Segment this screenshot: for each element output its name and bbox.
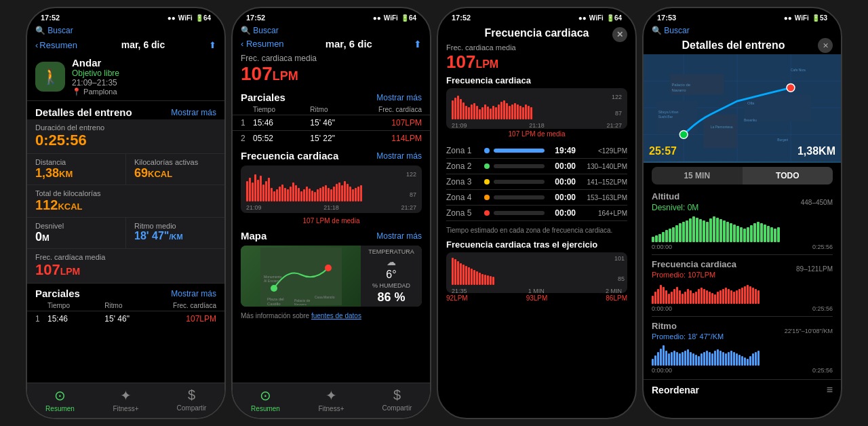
- phone-3: 17:52 ●● WiFi 🔋64 Frecuencia cardiaca ✕ …: [437, 7, 637, 419]
- zone-5: Zona 5 00:00 164+LPM: [446, 206, 627, 221]
- tab-bar-2: ⊙ Resumen ✦ Fitness+ $ Compartir: [233, 383, 430, 418]
- altitude-chart: [652, 215, 833, 242]
- time-toggle-4: 15 MIN TODO: [652, 167, 833, 185]
- tab-fitness-2[interactable]: ✦ Fitness+: [298, 387, 364, 412]
- post-exercise-chart: 101: [446, 252, 627, 293]
- ritmo-section-4: Ritmo Promedio: 18' 47"/KM 22'15''–10'08…: [644, 318, 841, 376]
- desnivel-stat: Desnivel 0M: [27, 218, 125, 248]
- svg-text:Navarro: Navarro: [671, 88, 686, 92]
- svg-rect-18: [744, 94, 811, 121]
- svg-text:Al Encierro: Al Encierro: [264, 279, 281, 283]
- heart-section-4: Frecuencia cardiaca Promedio: 107LPM 89–…: [644, 256, 841, 315]
- svg-point-1: [271, 285, 277, 292]
- time-1: 17:52: [41, 14, 60, 22]
- toggle-15min[interactable]: 15 MIN: [652, 167, 743, 185]
- wifi-icon-2: ●●: [373, 14, 381, 22]
- stats-row-1: Distancia 1,38KM Kilocalorías activas 69…: [27, 154, 224, 185]
- tab-fitness-1[interactable]: ✦ Fitness+: [93, 387, 159, 412]
- svg-point-21: [679, 130, 688, 138]
- zones-section: Zona 1 19:49 <129LPM Zona 2 00:00 130–14…: [438, 140, 635, 224]
- weather-2: TEMPERATURA ☁ 6° % HUMEDAD 86 %: [361, 246, 422, 307]
- close-button-4[interactable]: ✕: [818, 38, 833, 53]
- workout-info-1: Andar Objetivo libre 21:09–21:35 📍 Pampl…: [72, 57, 119, 96]
- nav-4: Detalles del entreno ✕: [644, 37, 841, 54]
- tab-compartir-1[interactable]: $ Compartir: [159, 387, 224, 412]
- svg-text:Sushi Bar: Sushi Bar: [658, 115, 673, 119]
- map-4: Palacio de Navarro Olla Sibuya Urban Sus…: [644, 54, 841, 163]
- active-kcal-stat: Kilocalorías activas 69KCAL: [126, 154, 224, 185]
- parcial-2-row-2: 2 05:52 15' 22" 114LPM: [233, 130, 430, 146]
- heart-rate-stat: Frec. cardíaca media 107LPM: [27, 249, 224, 283]
- parcial-2-row-1: 1 15:46 15' 46" 107LPM: [233, 115, 430, 130]
- workout-header-1: 🚶 Andar Objetivo libre 21:09–21:35 📍 Pam…: [27, 53, 224, 100]
- status-icons-3: ●● WiFi 🔋64: [578, 14, 622, 22]
- svg-text:Castillo: Castillo: [267, 302, 281, 305]
- status-bar-4: 17:53 ●● WiFi 🔋53: [644, 8, 841, 24]
- search-bar-4[interactable]: 🔍 Buscar: [644, 24, 841, 37]
- nav-1: ‹ Resumen mar, 6 dic ⬆: [27, 37, 224, 53]
- heart-chart-small-4: [652, 280, 833, 304]
- map-time-4: 25:57: [649, 145, 677, 157]
- post-exercise-section: Frecuencia cardiaca tras el ejercicio 10…: [438, 237, 635, 305]
- status-icons-2: ●● WiFi 🔋64: [373, 14, 416, 22]
- tab-resumen-2[interactable]: ⊙ Resumen: [233, 387, 298, 412]
- stats-row-2: Desnivel 0M Ritmo medio 18' 47"/KM: [27, 218, 224, 248]
- time-2: 17:52: [246, 14, 265, 22]
- signal-icon: ●●: [167, 14, 176, 22]
- back-button-1[interactable]: ‹ Resumen: [35, 40, 77, 50]
- status-icons-1: ●● WiFi 🔋64: [167, 14, 211, 22]
- status-bar-1: 17:52 ●● WiFi 🔋64: [27, 8, 224, 24]
- close-button-3[interactable]: ✕: [612, 27, 627, 42]
- svg-text:Cafe Niza: Cafe Niza: [791, 69, 806, 72]
- search-bar-1[interactable]: 🔍 Buscar: [27, 24, 224, 37]
- nav-2: ‹ Resumen mar, 6 dic ⬆: [233, 37, 430, 51]
- freq-val-3: Frec. cardiaca media 107LPM: [438, 42, 635, 75]
- map-dist-4: 1,38KM: [797, 145, 835, 157]
- status-bar-3: 17:52 ●● WiFi 🔋64: [438, 8, 635, 24]
- phone4-content: 🔍 Buscar Detalles del entreno ✕: [644, 24, 841, 418]
- svg-point-2: [325, 265, 332, 271]
- freq-section-2: Frecuencia cardiaca Mostrar más: [233, 146, 430, 163]
- heart-chart-2: 122: [241, 166, 422, 213]
- svg-text:Sibuya Urban: Sibuya Urban: [658, 111, 679, 114]
- svg-rect-20: [704, 115, 737, 148]
- phone-1: 17:52 ●● WiFi 🔋64 🔍 Buscar ‹ Resumen mar…: [26, 7, 226, 419]
- workout-icon-1: 🚶: [35, 62, 65, 92]
- chart-avg-2: 107 LPM de media: [233, 216, 430, 226]
- status-bar-2: 17:52 ●● WiFi 🔋64: [233, 8, 430, 24]
- share-2[interactable]: ⬆: [414, 39, 422, 50]
- svg-text:Navarra: Navarra: [294, 303, 307, 305]
- reorder-icon[interactable]: ≡: [827, 384, 833, 396]
- mapa-section-2: Mapa Mostrar más: [233, 226, 430, 243]
- resumen-icon-1: ⊙: [54, 387, 66, 404]
- zone-1: Zona 1 19:49 <129LPM: [446, 143, 627, 159]
- details-section-header: Detalles del entreno Mostrar más: [27, 102, 224, 119]
- tab-bar-1: ⊙ Resumen ✦ Fitness+ $ Compartir: [27, 383, 224, 418]
- svg-text:Olla: Olla: [747, 101, 755, 105]
- time-3: 17:52: [452, 14, 471, 22]
- phone-4: 17:53 ●● WiFi 🔋53 🔍 Buscar Detalles del …: [642, 7, 842, 419]
- zone-2: Zona 2 00:00 130–140LPM: [446, 159, 627, 174]
- zone-4: Zona 4 00:00 153–163LPM: [446, 190, 627, 206]
- svg-text:Burgeri: Burgeri: [777, 138, 788, 142]
- compartir-icon-1: $: [188, 387, 195, 403]
- chart-labels-2: 21:09 21:18 21:27: [246, 204, 416, 211]
- svg-text:La Piemontesa: La Piemontesa: [711, 125, 733, 129]
- duration-stat: Duración del entreno 0:25:56: [27, 119, 224, 153]
- parciales-col-headers: Tiempo Ritmo Frec. cardíaca: [27, 301, 224, 311]
- freq-header-3: Frecuencia cardiaca ✕: [438, 24, 635, 42]
- map-2: Plaza del Castillo Palacio de Navarra Mo…: [241, 246, 422, 307]
- freq-media-top: Frec. cardiaca media 107LPM: [233, 51, 430, 88]
- distance-stat: Distancia 1,38KM: [27, 154, 125, 185]
- phone-2: 17:52 ●● WiFi 🔋64 🔍 Buscar ‹ Resumen mar…: [231, 7, 431, 419]
- tab-resumen-1[interactable]: ⊙ Resumen: [27, 387, 93, 412]
- parcial-row-1: 1 15:46 15' 46" 107LPM: [27, 311, 224, 326]
- share-button-1[interactable]: ⬆: [209, 40, 216, 50]
- toggle-todo[interactable]: TODO: [743, 167, 833, 185]
- back-2[interactable]: ‹ Resumen: [241, 39, 284, 49]
- search-bar-2[interactable]: 🔍 Buscar: [233, 24, 430, 37]
- map-thumbnail-2[interactable]: Plaza del Castillo Palacio de Navarra Mo…: [241, 246, 361, 307]
- parciales-headers-2: Tiempo Ritmo Frec. cardíaca: [233, 104, 430, 115]
- ritmo-chart-4: [652, 342, 833, 366]
- tab-compartir-2[interactable]: $ Compartir: [364, 387, 430, 412]
